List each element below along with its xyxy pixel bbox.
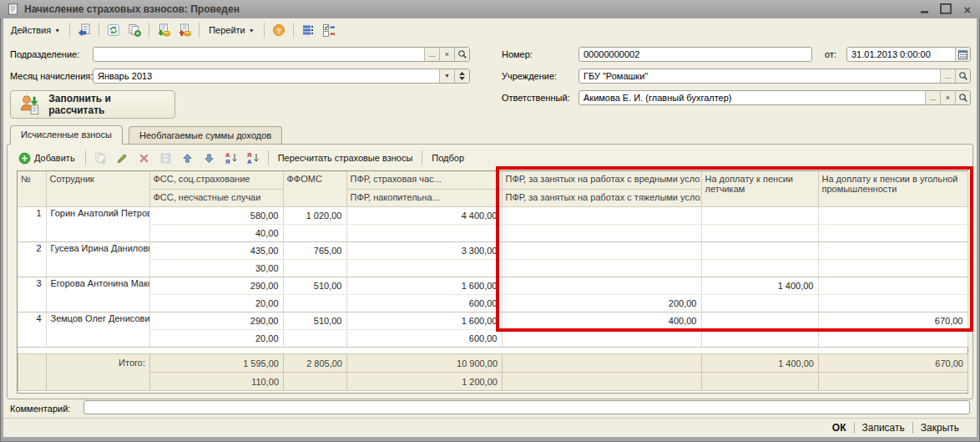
pfr-harmful-amount[interactable] bbox=[502, 277, 701, 294]
move-up-button[interactable] bbox=[179, 150, 197, 166]
goto-menu-button[interactable]: Перейти ▼ bbox=[205, 23, 259, 37]
col-header-num[interactable]: № bbox=[18, 171, 46, 206]
institution-value[interactable]: ГБУ "Ромашки" bbox=[579, 69, 940, 83]
col-header-pilots[interactable]: На доплату к пенсии летчикам bbox=[701, 171, 818, 206]
table-row[interactable]: 1 Горин Анатолий Петрович 580,00 1 020,0… bbox=[18, 206, 967, 224]
table-row[interactable]: 40,00 bbox=[18, 224, 967, 241]
pfr-harmful-amount[interactable]: 400,00 bbox=[502, 312, 701, 329]
pick-button[interactable]: Подбор bbox=[428, 151, 467, 165]
row-num[interactable]: 2 bbox=[18, 241, 46, 277]
pilots-amount[interactable] bbox=[701, 241, 818, 259]
coal-amount[interactable] bbox=[818, 206, 967, 224]
pfr-insurance-amount[interactable]: 4 400,00 bbox=[346, 206, 502, 224]
row-num[interactable]: 3 bbox=[18, 277, 46, 312]
ffoms-amount[interactable]: 510,00 bbox=[283, 312, 346, 329]
fill-and-calculate-button[interactable]: Заполнить и рассчитать bbox=[10, 90, 175, 119]
employee-name[interactable]: Егорова Антонина Максимовна bbox=[46, 277, 149, 312]
unfill-document-button[interactable] bbox=[175, 22, 194, 38]
table-row[interactable]: 20,00 600,00 bbox=[18, 329, 967, 347]
col-header-pfr-heavy[interactable]: ПФР, за занятых на работах с тяжелыми ус… bbox=[502, 189, 701, 206]
copy-document-button[interactable] bbox=[125, 22, 144, 38]
pfr-insurance-amount[interactable]: 1 600,00 bbox=[346, 277, 502, 294]
coal-amount[interactable] bbox=[818, 241, 967, 259]
empty-cell[interactable] bbox=[283, 294, 346, 312]
table-row[interactable]: 4 Земцов Олег Денисович 290,00 510,00 1 … bbox=[18, 312, 967, 329]
empty-cell[interactable] bbox=[818, 259, 967, 277]
fss-amount[interactable]: 290,00 bbox=[149, 312, 283, 329]
row-num[interactable]: 1 bbox=[18, 206, 46, 241]
pfr-heavy-amount[interactable]: 200,00 bbox=[502, 294, 701, 312]
date-field[interactable]: 31.01.2013 0:00:00 bbox=[846, 47, 971, 62]
save-button[interactable]: Записать bbox=[855, 422, 912, 434]
row-num[interactable]: 4 bbox=[18, 312, 46, 347]
pilots-amount[interactable]: 1 400,00 bbox=[701, 277, 818, 294]
empty-cell[interactable] bbox=[283, 259, 346, 277]
department-lookup-button[interactable] bbox=[454, 48, 469, 61]
pfr-harmful-amount[interactable] bbox=[502, 206, 701, 224]
post-document-button[interactable] bbox=[75, 22, 93, 38]
contributions-grid[interactable]: № Сотрудник ФСС, соц.страхование ФФОМС П… bbox=[17, 170, 968, 394]
list-settings-button[interactable] bbox=[299, 22, 317, 38]
empty-cell[interactable] bbox=[701, 329, 818, 347]
pfr-harmful-amount[interactable] bbox=[502, 241, 701, 259]
fss-amount[interactable]: 435,00 bbox=[149, 241, 283, 259]
edit-row-button[interactable] bbox=[114, 150, 132, 166]
empty-cell[interactable] bbox=[818, 224, 967, 241]
pfr-heavy-amount[interactable] bbox=[502, 259, 701, 277]
table-row[interactable]: 3 Егорова Антонина Максимовна 290,00 510… bbox=[18, 277, 967, 294]
fss-accidents-amount[interactable]: 20,00 bbox=[149, 294, 283, 312]
employee-name[interactable]: Земцов Олег Денисович bbox=[46, 312, 149, 347]
empty-cell[interactable] bbox=[818, 294, 967, 312]
refresh-button[interactable] bbox=[104, 22, 123, 38]
pfr-heavy-amount[interactable] bbox=[502, 329, 701, 347]
empty-cell[interactable] bbox=[818, 329, 967, 347]
department-ellipsis-button[interactable]: ... bbox=[424, 48, 439, 61]
date-calendar-button[interactable] bbox=[955, 48, 970, 61]
responsible-clear-button[interactable]: × bbox=[940, 91, 955, 104]
accrual-month-dropdown-button[interactable]: ▼ bbox=[439, 69, 454, 83]
pilots-amount[interactable] bbox=[701, 206, 818, 224]
tab-calculated-contributions[interactable]: Исчисленные взносы bbox=[10, 125, 123, 145]
minimize-button[interactable] bbox=[918, 3, 930, 15]
actions-menu-button[interactable]: Действия ▼ bbox=[7, 23, 64, 37]
pilots-amount[interactable] bbox=[701, 312, 818, 329]
pfr-heavy-amount[interactable] bbox=[502, 224, 701, 241]
date-value[interactable]: 31.01.2013 0:00:00 bbox=[847, 48, 955, 61]
pfr-accumulative-amount[interactable]: 600,00 bbox=[346, 294, 502, 312]
copy-row-button[interactable] bbox=[92, 150, 110, 166]
empty-cell[interactable] bbox=[701, 259, 818, 277]
table-row[interactable]: 20,00 600,00 200,00 bbox=[18, 294, 967, 312]
responsible-value[interactable]: Акимова Е. И. (главный бухгалтер) bbox=[579, 91, 925, 104]
fill-document-button[interactable] bbox=[154, 22, 173, 38]
col-header-coal[interactable]: На доплату к пенсии в угольной промышлен… bbox=[818, 171, 967, 206]
comment-value[interactable] bbox=[84, 401, 969, 414]
col-header-fss[interactable]: ФСС, соц.страхование bbox=[149, 171, 283, 189]
fss-amount[interactable]: 290,00 bbox=[149, 277, 283, 294]
table-row[interactable]: 2 Гусева Ирина Даниловна 435,00 765,00 3… bbox=[18, 241, 967, 259]
close-button[interactable]: × bbox=[962, 3, 973, 15]
responsible-lookup-button[interactable] bbox=[955, 91, 970, 104]
ffoms-amount[interactable]: 765,00 bbox=[283, 241, 346, 259]
responsible-field[interactable]: Акимова Е. И. (главный бухгалтер) ... × bbox=[578, 90, 971, 105]
add-row-button[interactable]: Добавить bbox=[14, 150, 79, 166]
fss-accidents-amount[interactable]: 30,00 bbox=[149, 259, 283, 277]
fss-accidents-amount[interactable]: 40,00 bbox=[149, 224, 283, 241]
sort-ascending-button[interactable]: АЯ bbox=[222, 150, 240, 166]
institution-lookup-button[interactable] bbox=[955, 69, 970, 83]
tab-nontaxable-income[interactable]: Необлагаемые суммы доходов bbox=[129, 126, 282, 144]
accrual-month-value[interactable]: Январь 2013 bbox=[93, 69, 439, 83]
pfr-accumulative-amount[interactable]: 600,00 bbox=[346, 329, 502, 347]
ffoms-amount[interactable]: 510,00 bbox=[283, 277, 346, 294]
accrual-month-field[interactable]: Январь 2013 ▼ bbox=[93, 69, 470, 84]
pfr-accumulative-amount[interactable] bbox=[346, 259, 502, 277]
col-header-ffoms[interactable]: ФФОМС bbox=[283, 171, 346, 206]
col-header-pfr-accumulative[interactable]: ПФР, накопительна... bbox=[346, 189, 502, 206]
institution-ellipsis-button[interactable]: ... bbox=[940, 69, 955, 83]
col-header-employee[interactable]: Сотрудник bbox=[46, 171, 149, 206]
delete-row-button[interactable] bbox=[135, 150, 154, 166]
ok-button[interactable]: ОК bbox=[825, 422, 854, 434]
pfr-insurance-amount[interactable]: 3 300,00 bbox=[346, 241, 502, 259]
move-down-button[interactable] bbox=[200, 150, 219, 166]
department-clear-button[interactable]: × bbox=[439, 48, 454, 61]
close-form-button[interactable]: Закрыть bbox=[913, 422, 967, 434]
